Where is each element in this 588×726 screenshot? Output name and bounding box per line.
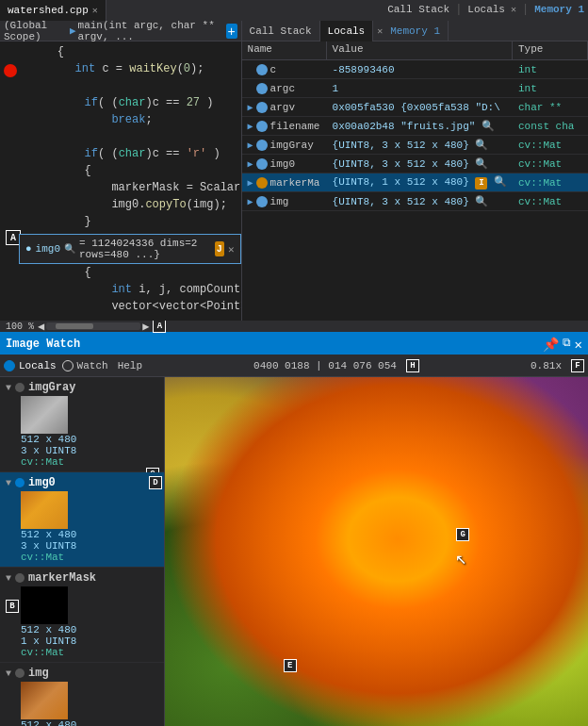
code-line: { <box>0 164 241 181</box>
locals-tab-label[interactable]: Locals <box>467 4 505 15</box>
watch-radio[interactable] <box>62 360 74 371</box>
var-row-imggray[interactable]: ▶ imgGray {UINT8, 3 x 512 x 480} 🔍 cv::M… <box>242 136 588 155</box>
var-icon-argv <box>256 102 268 113</box>
expand-img[interactable]: ▶ <box>248 196 253 207</box>
call-stack-tab-label: Call Stack <box>387 4 449 15</box>
iw-image-list: ▼ imgGray 512 x 480 3 x UINT8 cv::Mat C … <box>0 377 165 726</box>
code-line <box>0 79 241 96</box>
iw-expand-markermask: ▼ <box>6 573 11 584</box>
var-value-img0: {UINT8, 3 x 512 x 480} 🔍 <box>327 157 513 171</box>
scope-right: main(int argc, char ** argv, ... <box>78 21 224 42</box>
expand-argv[interactable]: ▶ <box>248 102 253 113</box>
locals-radio-group: Locals <box>4 360 57 371</box>
expand-filename[interactable]: ▶ <box>248 121 253 132</box>
var-row-img0[interactable]: ▶ img0 {UINT8, 3 x 512 x 480} 🔍 cv::Mat <box>242 155 588 173</box>
iw-info-markermask-2: 1 x UINT8 <box>21 635 158 647</box>
iw-info-imggray-2: 3 x UINT8 <box>21 445 158 456</box>
watershed-tab-close[interactable]: ✕ <box>92 5 98 16</box>
iw-image-area[interactable]: ↖ G E <box>165 377 588 726</box>
var-value-img: {UINT8, 3 x 512 x 480} 🔍 <box>327 194 513 208</box>
iw-item-img[interactable]: ▼ img 512 x 480 3 x UINT8 cv::Mat <box>0 663 164 726</box>
iw-eye-imggray <box>15 383 24 392</box>
var-name-argv: argv <box>270 102 295 113</box>
iw-item-imggray[interactable]: ▼ imgGray 512 x 480 3 x UINT8 cv::Mat C <box>0 377 164 472</box>
memory-panel-tab[interactable]: Memory 1 <box>383 21 449 41</box>
locals-tab-close[interactable]: ✕ <box>511 4 516 15</box>
panel-tabs: Call Stack Locals ✕ Memory 1 <box>242 21 588 41</box>
var-name-img: img <box>270 196 289 207</box>
iw-item-markermask[interactable]: ▼ markerMask 512 x 480 1 x UINT8 cv::Mat <box>0 568 164 663</box>
var-row-filename[interactable]: ▶ filename 0x00a02b48 "fruits.jpg" 🔍 con… <box>242 117 588 136</box>
expand-imggray[interactable]: ▶ <box>248 140 253 151</box>
locals-panel-tab[interactable]: Locals <box>320 21 374 41</box>
var-name-c: c <box>270 64 277 75</box>
var-type-imggray: cv::Mat <box>513 139 588 152</box>
iw-nav-bar: Locals Watch Help 0400 0188 | 014 076 05… <box>0 355 588 377</box>
watch-tab-iw[interactable]: Watch <box>77 360 108 371</box>
locals-radio[interactable] <box>4 360 15 371</box>
hover-tooltip: ● img0 🔍 = 1124024336 dims=2 rows=480 ..… <box>19 234 241 264</box>
tooltip-label: img0 <box>36 243 60 255</box>
code-line-bp: int c = waitKey(0); <box>0 62 241 79</box>
var-value-argv: 0x005fa530 {0x005fa538 "D:\ <box>327 101 513 114</box>
iw-eye-img <box>15 668 24 678</box>
iw-type-markermask: cv::Mat <box>21 647 158 658</box>
add-watch-button[interactable]: + <box>226 24 237 39</box>
iw-thumb-markermask <box>21 586 68 624</box>
watershed-tab[interactable]: watershed.cpp ✕ <box>0 0 106 21</box>
iw-title-bar: Image Watch 📌 ⧉ ✕ <box>0 334 588 355</box>
badge-j: J <box>215 241 224 256</box>
tooltip-close[interactable]: ✕ <box>228 243 235 256</box>
locals-tab-iw[interactable]: Locals <box>19 360 57 371</box>
watch-radio-group: Watch <box>62 360 108 371</box>
right-panels: Call Stack Locals ✕ Memory 1 Name Value … <box>242 21 588 321</box>
call-stack-panel-tab[interactable]: Call Stack <box>242 21 320 41</box>
scroll-left-btn[interactable]: ◀ <box>38 320 44 334</box>
memory-tab-label[interactable]: Memory 1 <box>534 4 584 15</box>
code-editor: (Global Scope) ▶ main(int argc, char ** … <box>0 21 242 321</box>
iw-item-img0[interactable]: ▼ img0 512 x 480 3 x UINT8 cv::Mat D <box>0 472 164 568</box>
var-value-argc: 1 <box>327 82 513 95</box>
iw-expand-imggray: ▼ <box>6 383 11 393</box>
code-line: markerMask = Scalar::all( <box>0 181 241 198</box>
var-name-img0: img0 <box>270 158 295 170</box>
iw-item-header-img: ▼ img <box>6 667 158 680</box>
expand-markermask[interactable]: ▶ <box>248 177 253 189</box>
var-type-img0: cv::Mat <box>513 157 588 171</box>
code-line: img0.copyTo(img); <box>0 198 241 215</box>
var-type-c: int <box>513 63 588 76</box>
iw-float-btn[interactable]: ⧉ <box>563 337 571 353</box>
iw-type-img0: cv::Mat <box>21 552 158 563</box>
iw-controls: 📌 ⧉ ✕ <box>543 337 582 353</box>
iw-thumb-img0 <box>21 491 68 529</box>
var-row-argc[interactable]: ▶ argc 1 int <box>242 79 588 98</box>
scroll-right-btn[interactable]: ▶ <box>142 320 149 334</box>
watershed-tab-label: watershed.cpp <box>8 5 89 16</box>
breakpoint-dot <box>4 64 17 77</box>
iw-eye-img0 <box>15 478 24 487</box>
image-watch-container: Image Watch 📌 ⧉ ✕ Locals Watch Help 0400… <box>0 332 588 726</box>
value-col-header: Value <box>327 41 513 59</box>
var-row-c[interactable]: ▶ c -858993460 int <box>242 60 588 79</box>
iw-type-imggray: cv::Mat <box>21 456 158 468</box>
code-line: if( (char)c == 'r' ) <box>0 147 241 164</box>
expand-img0[interactable]: ▶ <box>248 158 253 170</box>
iw-help[interactable]: Help <box>118 360 142 371</box>
iw-close-btn[interactable]: ✕ <box>575 337 582 353</box>
badge-d: D <box>149 476 162 489</box>
iw-info-img0-2: 3 x UINT8 <box>21 540 158 552</box>
var-row-img[interactable]: ▶ img {UINT8, 3 x 512 x 480} 🔍 cv::Mat <box>242 192 588 211</box>
code-line: } <box>0 215 241 232</box>
code-line: { <box>0 45 241 62</box>
iw-thumb-imggray <box>21 396 68 434</box>
var-row-argv[interactable]: ▶ argv 0x005fa530 {0x005fa538 "D:\ char … <box>242 98 588 117</box>
code-line: vector<vector<Point> > c <box>0 300 241 317</box>
iw-zoom: 0.81x <box>531 360 562 371</box>
iw-pin-btn[interactable]: 📌 <box>543 337 559 353</box>
badge-a-scrollbar: A <box>153 320 166 333</box>
iw-name-markermask: markerMask <box>28 571 96 585</box>
var-row-markermask[interactable]: ▶ markerMa {UINT8, 1 x 512 x 480} I 🔍 cv… <box>242 173 588 192</box>
var-name-markermask: markerMa <box>270 177 320 189</box>
iw-info-imggray-1: 512 x 480 <box>21 434 158 445</box>
editor-scrollbar[interactable]: 100 % ◀ ▶ A <box>0 321 588 332</box>
